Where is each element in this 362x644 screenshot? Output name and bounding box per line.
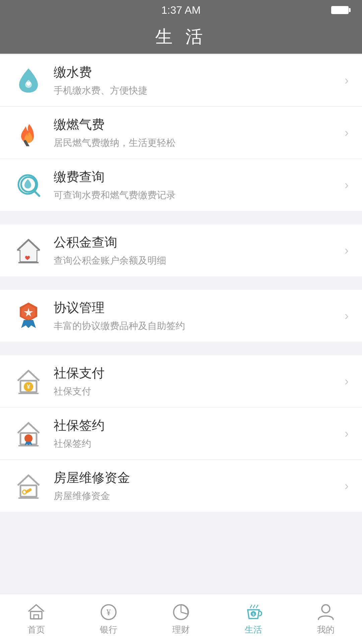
water-fee-arrow: ›: [345, 73, 349, 88]
list-item-provident[interactable]: 公积金查询 查询公积金账户余额及明细 ›: [0, 224, 362, 276]
water-fee-text: 缴水费 手机缴水费、方便快捷: [54, 64, 345, 97]
svg-text:$: $: [252, 612, 254, 616]
content-area: 缴水费 手机缴水费、方便快捷 › 缴燃气费 居民燃气费缴纳，生活更轻松 ›: [0, 54, 362, 512]
social-sign-text: 社保签约 社保签约: [54, 417, 345, 450]
fee-query-icon: [13, 170, 44, 200]
water-fee-title: 缴水费: [54, 64, 345, 81]
tab-life[interactable]: $ 生活: [217, 594, 290, 644]
gas-fee-subtitle: 居民燃气费缴纳，生活更轻松: [54, 137, 345, 149]
home-tab-icon: [26, 603, 46, 621]
house-repair-icon: [13, 471, 44, 501]
social-sign-subtitle: 社保签约: [54, 437, 345, 450]
tab-finance[interactable]: 理财: [145, 594, 217, 644]
house-repair-title: 房屋维修资金: [54, 469, 345, 486]
house-repair-text: 房屋维修资金 房屋维修资金: [54, 469, 345, 502]
gas-fee-title: 缴燃气费: [54, 116, 345, 133]
gas-fee-icon: [13, 118, 44, 148]
social-sign-title: 社保签约: [54, 417, 345, 434]
social-pay-title: 社保支付: [54, 365, 345, 382]
svg-text:¥: ¥: [27, 383, 30, 390]
tab-mine[interactable]: 我的: [290, 594, 362, 644]
fee-query-arrow: ›: [345, 178, 349, 192]
agreement-arrow: ›: [345, 309, 349, 323]
finance-tab-label: 理财: [172, 624, 190, 636]
svg-line-27: [181, 612, 188, 614]
agreement-icon: [13, 301, 44, 331]
social-pay-icon: ¥: [13, 366, 44, 396]
svg-line-2: [35, 192, 39, 196]
mine-tab-label: 我的: [317, 624, 335, 636]
battery-icon: [331, 6, 349, 14]
agreement-title: 协议管理: [54, 299, 345, 316]
house-repair-subtitle: 房屋维修资金: [54, 490, 345, 502]
fee-query-subtitle: 可查询水费和燃气费缴费记录: [54, 189, 345, 202]
tab-bank[interactable]: ¥ 银行: [72, 594, 145, 644]
svg-rect-22: [34, 615, 39, 619]
water-fee-subtitle: 手机缴水费、方便快捷: [54, 84, 345, 97]
finance-tab-icon: [171, 603, 191, 621]
social-pay-subtitle: 社保支付: [54, 385, 345, 398]
social-sign-arrow: ›: [345, 427, 349, 441]
separator-3: [0, 348, 362, 355]
separator-2: [0, 283, 362, 290]
list-item-water-fee[interactable]: 缴水费 手机缴水费、方便快捷 ›: [0, 54, 362, 107]
list-item-fee-query[interactable]: 缴费查询 可查询水费和燃气费缴费记录 ›: [0, 159, 362, 211]
tab-home[interactable]: 首页: [0, 594, 72, 644]
life-tab-label: 生活: [245, 624, 262, 636]
page-header: 生 活: [0, 20, 362, 54]
status-time: 1:37 AM: [161, 4, 200, 16]
gas-fee-arrow: ›: [345, 126, 349, 140]
list-item-agreement[interactable]: 协议管理 丰富的协议缴费品种及自助签约 ›: [0, 290, 362, 342]
provident-subtitle: 查询公积金账户余额及明细: [54, 254, 345, 267]
fee-query-text: 缴费查询 可查询水费和燃气费缴费记录: [54, 168, 345, 202]
gas-fee-text: 缴燃气费 居民燃气费缴纳，生活更轻松: [54, 116, 345, 149]
mine-tab-icon: [316, 603, 336, 621]
section-provident: 公积金查询 查询公积金账户余额及明细 ›: [0, 224, 362, 276]
svg-point-30: [322, 605, 330, 613]
list-item-social-pay[interactable]: ¥ 社保支付 社保支付 ›: [0, 355, 362, 408]
provident-arrow: ›: [345, 244, 349, 258]
house-repair-arrow: ›: [345, 479, 349, 493]
tab-bar: 首页 ¥ 银行 理财: [0, 594, 362, 644]
agreement-text: 协议管理 丰富的协议缴费品种及自助签约: [54, 299, 345, 332]
section-utilities: 缴水费 手机缴水费、方便快捷 › 缴燃气费 居民燃气费缴纳，生活更轻松 ›: [0, 54, 362, 211]
agreement-subtitle: 丰富的协议缴费品种及自助签约: [54, 320, 345, 332]
svg-point-15: [24, 434, 33, 442]
water-fee-icon: [13, 65, 44, 96]
svg-text:¥: ¥: [107, 607, 111, 617]
section-social: ¥ 社保支付 社保支付 ›: [0, 355, 362, 512]
provident-text: 公积金查询 查询公积金账户余额及明细: [54, 234, 345, 267]
bank-tab-icon: ¥: [99, 603, 119, 621]
fee-query-title: 缴费查询: [54, 168, 345, 185]
social-pay-arrow: ›: [345, 374, 349, 388]
social-sign-icon: [13, 419, 44, 449]
page-title: 生 活: [155, 25, 207, 49]
provident-icon: [13, 235, 44, 266]
list-item-gas-fee[interactable]: 缴燃气费 居民燃气费缴纳，生活更轻松 ›: [0, 107, 362, 159]
home-tab-label: 首页: [27, 624, 45, 636]
list-item-house-repair[interactable]: 房屋维修资金 房屋维修资金 ›: [0, 460, 362, 512]
provident-title: 公积金查询: [54, 234, 345, 251]
separator-1: [0, 218, 362, 224]
list-item-social-sign[interactable]: 社保签约 社保签约 ›: [0, 408, 362, 460]
status-bar: 1:37 AM: [0, 0, 362, 20]
life-tab-icon: $: [243, 603, 263, 621]
social-pay-text: 社保支付 社保支付: [54, 365, 345, 398]
section-agreement: 协议管理 丰富的协议缴费品种及自助签约 ›: [0, 290, 362, 342]
bank-tab-label: 银行: [100, 624, 117, 636]
